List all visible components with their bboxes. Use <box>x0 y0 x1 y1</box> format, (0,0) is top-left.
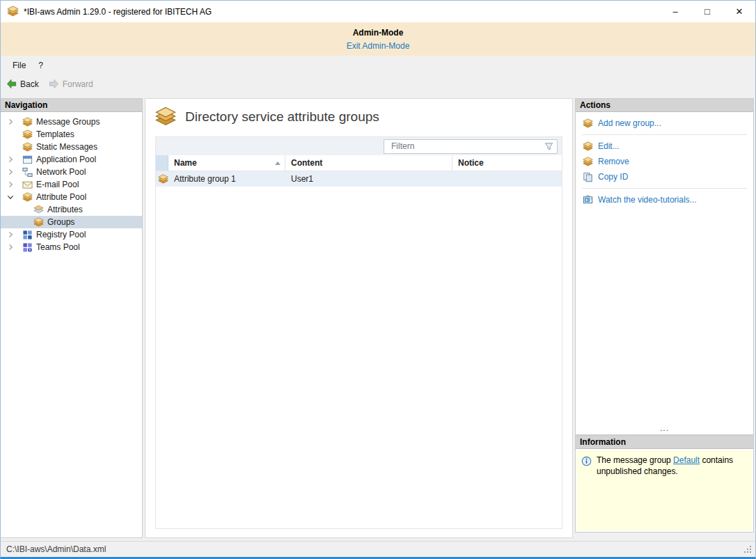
menu-file[interactable]: File <box>6 58 32 72</box>
application-pool-icon <box>22 154 33 165</box>
nav-item-label: E-mail Pool <box>36 180 79 189</box>
chevron-right-icon[interactable] <box>5 179 16 190</box>
filter-input[interactable] <box>384 141 544 151</box>
column-header-notice[interactable]: Notice <box>452 155 562 171</box>
nav-item-network-pool[interactable]: Network Pool <box>1 166 142 178</box>
default-group-link[interactable]: Default <box>673 455 700 465</box>
exit-admin-mode-link[interactable]: Exit Admin-Mode <box>347 41 410 51</box>
actions-panel: Actions Add new group... Edit... Remove <box>575 98 754 435</box>
groups-list: Name Content Notice Attribute group 1 <box>155 136 562 529</box>
window-controls: – □ ✕ <box>659 1 755 22</box>
action-label: Add new group... <box>598 118 661 128</box>
nav-item-attributes[interactable]: Attributes <box>1 203 142 216</box>
page-title: Directory service attribute groups <box>185 109 379 125</box>
right-panel: Actions Add new group... Edit... Remove <box>575 98 754 538</box>
forward-button[interactable]: Forward <box>49 79 93 89</box>
nav-item-application-pool[interactable]: Application Pool <box>1 153 142 166</box>
selector-column-header[interactable] <box>156 155 168 171</box>
actions-overflow[interactable]: ... <box>576 423 753 434</box>
back-label: Back <box>20 79 39 89</box>
data-file-path: C:\IBI-aws\Admin\Data.xml <box>6 544 106 554</box>
attribute-group-icon <box>158 174 168 184</box>
chevron-right-icon[interactable] <box>5 166 16 178</box>
static-messages-icon <box>22 141 33 152</box>
resize-grip-icon[interactable] <box>743 545 753 554</box>
action-watch-video-tutorials[interactable]: Watch the video-tutorials... <box>576 192 753 207</box>
email-pool-icon <box>22 179 33 190</box>
menu-help[interactable]: ? <box>32 58 49 72</box>
chevron-right-icon[interactable] <box>5 242 16 253</box>
chevron-down-icon[interactable] <box>5 191 16 203</box>
nav-item-registry-pool[interactable]: Registry Pool <box>1 228 142 241</box>
table-header: Name Content Notice <box>156 155 562 171</box>
information-message: The message group Default contains unpub… <box>597 455 748 478</box>
remove-group-icon <box>583 157 593 167</box>
table-empty-area <box>156 187 562 528</box>
chevron-right-icon[interactable] <box>5 229 16 240</box>
templates-icon <box>22 129 33 140</box>
close-button[interactable]: ✕ <box>723 1 755 22</box>
column-label: Content <box>291 158 322 168</box>
app-window: *IBI-aws Admin 1.29.0 - registered for I… <box>0 0 756 559</box>
back-button[interactable]: Back <box>6 79 39 89</box>
nav-item-static-messages[interactable]: Static Messages <box>1 141 142 153</box>
action-remove[interactable]: Remove <box>576 154 753 169</box>
navigation-tree: Message Groups Templates Static Messages… <box>1 112 142 537</box>
info-text-before: The message group <box>597 455 673 465</box>
admin-mode-banner: Admin-Mode Exit Admin-Mode <box>1 22 755 56</box>
nav-item-label: Message Groups <box>36 117 100 127</box>
action-label: Edit... <box>598 141 620 151</box>
action-label: Remove <box>598 157 629 166</box>
nav-item-email-pool[interactable]: E-mail Pool <box>1 178 142 191</box>
statusbar: C:\IBI-aws\Admin\Data.xml <box>1 541 755 557</box>
message-groups-icon <box>22 116 33 127</box>
forward-label: Forward <box>63 79 93 89</box>
page-header: Directory service attribute groups <box>155 107 562 127</box>
filter-band <box>156 137 562 155</box>
nav-item-attribute-pool[interactable]: Attribute Pool <box>1 191 142 203</box>
action-label: Watch the video-tutorials... <box>598 195 697 205</box>
actions-separator <box>582 188 747 189</box>
admin-mode-title: Admin-Mode <box>353 28 404 38</box>
maximize-button[interactable]: □ <box>691 1 723 22</box>
action-add-new-group[interactable]: Add new group... <box>576 116 753 131</box>
nav-item-label: Application Pool <box>36 155 96 164</box>
column-header-content[interactable]: Content <box>285 155 452 171</box>
video-tutorials-icon <box>583 195 593 205</box>
cell-content: User1 <box>285 171 452 187</box>
nav-item-label: Teams Pool <box>36 242 80 252</box>
nav-item-groups[interactable]: Groups <box>1 216 142 228</box>
chevron-right-icon[interactable] <box>5 116 16 127</box>
actions-header: Actions <box>576 99 753 112</box>
back-arrow-icon <box>6 79 17 89</box>
chevron-right-icon[interactable] <box>5 154 16 165</box>
attributes-icon <box>33 204 44 215</box>
information-panel: Information The message group Default co… <box>575 435 754 533</box>
sort-ascending-icon <box>275 162 281 165</box>
nav-item-label: Attribute Pool <box>36 192 86 202</box>
information-header: Information <box>576 436 753 449</box>
attribute-groups-icon <box>155 107 176 127</box>
filter-funnel-icon[interactable] <box>544 141 554 152</box>
attribute-pool-icon <box>22 191 33 203</box>
action-label: Copy ID <box>598 172 628 182</box>
info-icon <box>581 456 592 466</box>
minimize-button[interactable]: – <box>659 1 691 22</box>
nav-item-templates[interactable]: Templates <box>1 128 142 141</box>
main-area: Navigation Message Groups Templates Stat… <box>1 93 755 541</box>
table-row[interactable]: Attribute group 1 User1 <box>156 171 562 187</box>
forward-arrow-icon <box>49 79 59 89</box>
nav-item-teams-pool[interactable]: Teams Pool <box>1 241 142 253</box>
expander-spacer <box>5 129 16 140</box>
nav-item-message-groups[interactable]: Message Groups <box>1 116 142 128</box>
content-panel: Directory service attribute groups Name <box>145 98 573 538</box>
copy-id-icon <box>583 172 593 182</box>
column-label: Notice <box>458 158 484 168</box>
column-header-name[interactable]: Name <box>168 155 285 171</box>
action-copy-id[interactable]: Copy ID <box>576 169 753 184</box>
action-edit[interactable]: Edit... <box>576 139 753 154</box>
nav-item-label: Network Pool <box>36 167 86 177</box>
cell-notice <box>452 171 562 187</box>
toolbar: Back Forward <box>1 74 755 93</box>
titlebar: *IBI-aws Admin 1.29.0 - registered for I… <box>1 1 755 22</box>
